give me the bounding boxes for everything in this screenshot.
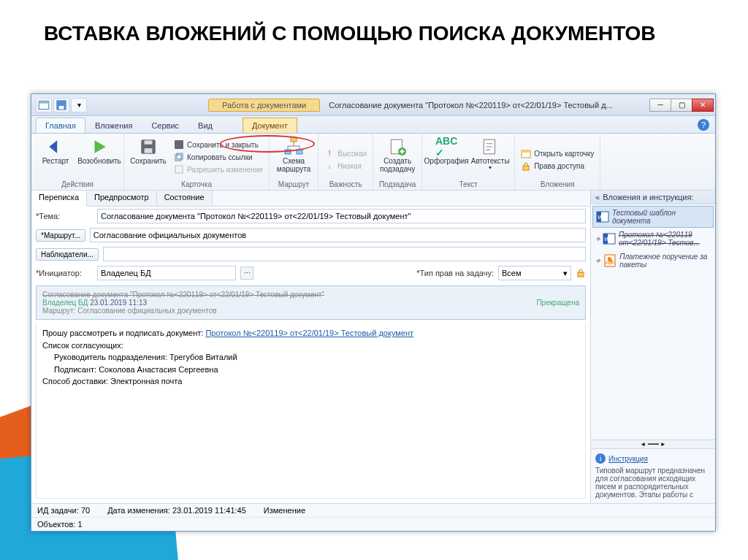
observers-button[interactable]: Наблюдатели... — [36, 248, 99, 261]
save-button[interactable]: Сохранить — [129, 135, 168, 179]
group-label: Вложения — [519, 179, 595, 188]
svg-rect-13 — [297, 150, 302, 154]
restart-button[interactable]: Рестарт — [36, 135, 75, 179]
group-label: Карточка — [129, 179, 264, 188]
svg-rect-8 — [175, 155, 181, 161]
qat-open-icon[interactable] — [36, 98, 52, 112]
open-card-button[interactable]: Открыть карточку — [519, 148, 595, 160]
maximize-button[interactable]: ▢ — [671, 99, 692, 112]
link-icon: ⎆ — [596, 235, 600, 242]
subject-label: *Тема: — [36, 212, 93, 220]
attachment-item[interactable]: W Тестовый шаблон документа — [592, 206, 714, 228]
quick-access-toolbar: ▾ — [31, 98, 91, 112]
horizontal-scrollbar[interactable]: ◄ ━━━ ► — [591, 440, 715, 448]
rights-dropdown[interactable]: Всем▾ — [498, 266, 571, 280]
svg-rect-9 — [177, 153, 183, 159]
ribbon-tabstrip: Главная Вложения Сервис Вид Документ — [31, 116, 715, 134]
access-rights-button[interactable]: Права доступа — [519, 161, 595, 172]
word-icon: W — [596, 210, 609, 223]
description-field[interactable]: Согласование официальных документов — [90, 228, 586, 242]
svg-rect-6 — [145, 140, 153, 144]
pdf-icon: PDF — [603, 254, 617, 267]
resume-button[interactable]: Возобновить — [80, 135, 119, 179]
allow-edit-button: Разрешить изменение — [172, 164, 264, 175]
titlebar: ▾ Работа с документами Согласование доку… — [31, 94, 715, 116]
window-title: Согласование документа "Протокол №<22011… — [329, 101, 650, 110]
attachment-item[interactable]: ⎆ W Протокол №<220119 от<22/01/19> Тесто… — [592, 228, 714, 250]
subtab-correspondence[interactable]: Переписка — [31, 191, 87, 207]
high-priority-button: !Высокая — [323, 148, 368, 160]
subject-field[interactable]: Согласование документа "Протокол №<22011… — [97, 209, 586, 223]
subtab-state[interactable]: Состояние — [157, 191, 213, 206]
document-link[interactable]: Протокол №<220119> от<22/01/19> Тестовый… — [205, 329, 413, 337]
tab-attachments[interactable]: Вложения — [85, 118, 142, 133]
message-status: Прекращена — [536, 299, 579, 307]
qat-save-icon[interactable] — [53, 98, 69, 112]
route-scheme-button[interactable]: Схема маршрута — [274, 135, 313, 179]
attachments-header: « Вложения и инструкция: — [591, 191, 715, 204]
qat-dropdown-icon[interactable]: ▾ — [71, 98, 87, 112]
message-title: Согласование документа "Протокол №<22011… — [42, 291, 324, 299]
tab-view[interactable]: Вид — [188, 118, 222, 133]
message-body[interactable]: Прошу рассмотреть и подписать документ: … — [36, 323, 586, 499]
link-icon: ⎆ — [596, 257, 600, 264]
instruction-panel: iИнструкция Типовой маршрут предназначен… — [591, 448, 715, 503]
close-button[interactable]: ✕ — [692, 99, 714, 112]
ribbon: Рестарт Возобновить Действия Сохранить С… — [31, 134, 715, 191]
group-label: Маршрут — [274, 179, 313, 188]
svg-rect-10 — [175, 166, 183, 173]
tab-service[interactable]: Сервис — [142, 118, 188, 133]
svg-rect-11 — [291, 137, 297, 142]
svg-rect-3 — [59, 106, 64, 110]
spellcheck-button[interactable]: ABC✓Орфография — [427, 135, 466, 179]
lock-icon — [576, 268, 586, 278]
info-icon: i — [595, 453, 606, 464]
svg-rect-19 — [523, 166, 529, 170]
help-icon[interactable]: ? — [698, 119, 709, 131]
tab-main[interactable]: Главная — [36, 118, 85, 133]
group-label: Подзадача — [378, 179, 417, 188]
autotext-button[interactable]: Автотексты▾ — [470, 135, 510, 179]
initiator-browse-button[interactable]: ⋯ — [240, 266, 253, 280]
svg-rect-20 — [578, 272, 584, 277]
group-label: Важность — [323, 179, 368, 188]
svg-rect-1 — [39, 101, 49, 103]
rights-label: *Тип прав на задачу: — [416, 269, 494, 277]
copy-links-button[interactable]: Копировать ссылки — [172, 151, 264, 163]
chevron-left-icon[interactable]: « — [595, 193, 600, 202]
minimize-button[interactable]: ─ — [649, 99, 671, 112]
route-button[interactable]: *Маршрут... — [36, 229, 85, 242]
svg-rect-7 — [175, 140, 183, 149]
subtab-preview[interactable]: Предпросмотр — [87, 191, 157, 206]
attachment-item[interactable]: ⎆ PDF Платежное поручение за пакеты — [592, 250, 714, 272]
contextual-tab-header: Работа с документами — [208, 99, 320, 112]
save-and-close-button[interactable]: Сохранить и закрыть — [172, 139, 264, 150]
observers-field[interactable] — [103, 247, 586, 261]
slide-title: ВСТАВКА ВЛОЖЕНИЙ С ПОМОЩЬЮ ПОИСКА ДОКУМЕ… — [0, 0, 748, 53]
initiator-field[interactable]: Владелец БД — [97, 266, 236, 280]
create-subtask-button[interactable]: Создать подзадачу — [378, 135, 417, 179]
svg-rect-12 — [285, 150, 291, 154]
tab-document[interactable]: Документ — [243, 118, 297, 133]
svg-rect-18 — [522, 150, 530, 153]
app-window: ▾ Работа с документами Согласование доку… — [31, 93, 716, 532]
statusbar: ИД задачи: 70 Дата изменения: 23.01.2019… — [31, 503, 715, 531]
svg-rect-5 — [145, 148, 153, 153]
group-label: Текст — [427, 179, 510, 188]
message-header-box: Согласование документа "Протокол №<22011… — [36, 285, 586, 320]
attachments-panel: « Вложения и инструкция: W Тестовый шабл… — [591, 191, 715, 503]
word-icon: W — [603, 232, 616, 245]
low-priority-button: ↓Низкая — [323, 161, 368, 172]
initiator-label: *Инициатор: — [36, 269, 93, 277]
subtabs: Переписка Предпросмотр Состояние — [31, 191, 590, 207]
group-label: Действия — [36, 179, 119, 188]
